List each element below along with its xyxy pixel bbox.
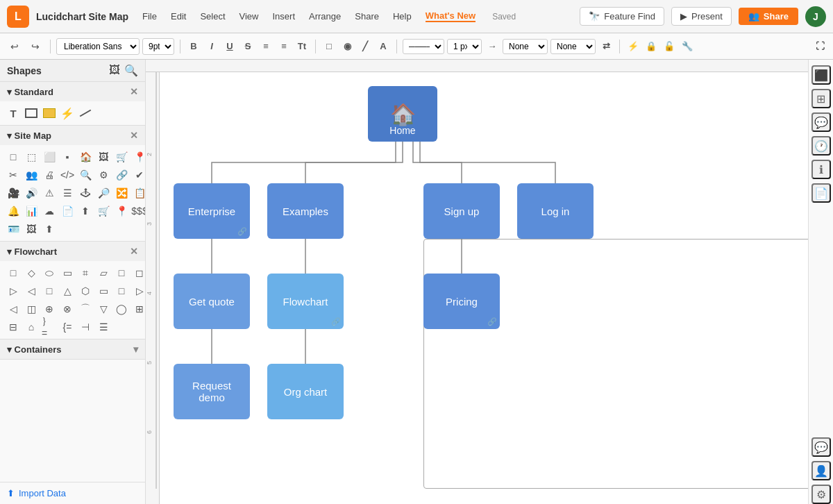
fc-plus2[interactable]: ⊞ [132,301,146,317]
right-panel-info-button[interactable]: ℹ [811,160,831,179]
nav-edit[interactable]: Edit [171,11,186,22]
underline-button[interactable]: U [222,39,237,54]
line-end-button[interactable]: → [485,39,500,54]
right-panel-chat-button[interactable]: 💬 [811,437,831,457]
arrow-start-selector[interactable]: None Arrow [503,39,548,54]
sm-zoom[interactable]: 🔎 [96,185,111,201]
sm-scissors[interactable]: ✂ [6,167,21,183]
requestdemo-node[interactable]: Request demo [174,364,250,419]
fc-brace-left[interactable]: {= [60,319,75,335]
fc-plus[interactable]: ⊕ [42,301,57,317]
sm-upload2[interactable]: ⬆ [42,221,57,237]
fc-arrow3[interactable]: ◁ [6,301,21,317]
diagram-canvas[interactable]: 🏠 Home Enterprise 🔗 Examples Sign up [160,72,808,504]
fc-rect5[interactable]: □ [114,283,129,299]
home-node[interactable]: 🏠 Home [368,86,437,142]
sm-check[interactable]: ✔ [132,167,146,183]
examples-node[interactable]: Examples [267,183,344,239]
fc-small-rect[interactable]: ◻ [132,265,146,280]
text-color-button[interactable]: A [376,39,391,54]
line-shape[interactable] [78,106,93,121]
flowchart-node[interactable]: Flowchart 🔗 [267,274,344,329]
sm-rect[interactable]: □ [6,149,21,165]
present-button[interactable]: ▶ Present [671,7,732,26]
text-shape[interactable]: T [6,106,21,121]
sm-chart[interactable]: 📊 [24,203,39,219]
sm-pin2[interactable]: 📍 [114,203,129,219]
sm-warning[interactable]: ⚠ [42,185,57,201]
fill-color-button[interactable]: ◉ [339,39,355,54]
fc-rect4[interactable]: ▭ [96,283,111,299]
sm-search[interactable]: 🔍 [78,167,93,183]
sm-cart[interactable]: 🛒 [114,149,129,165]
sm-pin[interactable]: 📍 [132,149,146,165]
fc-cross[interactable]: ⊗ [60,301,75,317]
sm-card[interactable]: 🪪 [6,221,21,237]
fc-tab[interactable]: ⊣ [78,319,93,335]
italic-button[interactable]: I [204,39,219,54]
fc-rect2[interactable]: □ [114,265,129,280]
fc-arrow2[interactable]: ▷ [132,283,146,299]
align-center-button[interactable]: ≡ [276,39,292,54]
fc-double-rect[interactable]: ◫ [24,301,39,317]
fc-parallelogram[interactable]: ⌗ [78,265,93,280]
right-panel-settings-button[interactable]: ⚙ [811,485,831,504]
shapes-search-button[interactable]: 🔍 [124,64,138,77]
sitemap-section-header[interactable]: ▾ Site Map ✕ [0,126,145,145]
fc-parallelogram2[interactable]: ▱ [96,265,111,280]
sitemap-close-button[interactable]: ✕ [130,130,138,141]
fc-arc[interactable]: ⌒ [78,301,93,317]
fc-home-shape[interactable]: ⌂ [24,319,39,335]
right-panel-comments-button[interactable]: 💬 [811,112,831,132]
nav-share[interactable]: Share [355,11,379,22]
nav-select[interactable]: Select [200,11,225,22]
lock-button[interactable]: 🔒 [643,39,659,54]
bolt-shape[interactable]: ⚡ [60,106,75,121]
getquote-node[interactable]: Get quote [174,274,250,329]
sm-dotted2[interactable]: ▪ [60,149,75,165]
fc-oval[interactable]: ⬭ [42,265,57,280]
signup-node[interactable]: Sign up [423,183,500,239]
sm-clipboard[interactable]: 📋 [132,185,146,201]
wrench-button[interactable]: 🔧 [680,39,695,54]
nav-whatsnew[interactable]: What's New [426,10,476,22]
line-style-selector[interactable]: ───── - - - [403,39,444,54]
flowchart-section-header[interactable]: ▾ Flowchart ✕ [0,242,145,261]
sm-bell[interactable]: 🔔 [6,203,21,219]
fc-arrow-right[interactable]: ▷ [6,283,21,299]
nav-file[interactable]: File [142,11,157,22]
font-selector[interactable]: Liberation Sans [56,38,140,55]
flowchart-close-button[interactable]: ✕ [130,246,138,257]
lock2-button[interactable]: 🔓 [662,39,677,54]
sm-dotted-rect[interactable]: ⬚ [24,149,39,165]
pricing-node[interactable]: Pricing 🔗 [423,274,500,329]
orgchart-node[interactable]: Org chart [267,364,344,419]
sm-shuffle[interactable]: 🔀 [114,185,129,201]
filled-rect-shape[interactable] [42,106,57,121]
sm-users[interactable]: 👥 [24,167,39,183]
fc-hexagon[interactable]: ⬡ [78,283,93,299]
sm-dollar[interactable]: $$$ [132,203,146,219]
fc-brace-right[interactable]: ｝= [42,319,57,335]
standard-section-header[interactable]: ▾ Standard ✕ [0,82,145,101]
fc-arrow-left[interactable]: ◁ [24,283,39,299]
flip-button[interactable]: ⇄ [598,39,614,54]
fc-triangle[interactable]: △ [60,283,75,299]
fc-rect3[interactable]: □ [42,283,57,299]
fc-minus[interactable]: ⊟ [6,319,21,335]
redo-button[interactable]: ↪ [26,37,44,56]
right-panel-format-button[interactable]: ⬛ [811,65,831,85]
fc-rect[interactable]: □ [6,265,21,280]
sm-cloud[interactable]: ☁ [42,203,57,219]
user-avatar[interactable]: J [805,6,826,27]
sm-code[interactable]: </> [60,167,75,183]
arrow-end-selector[interactable]: None Arrow [550,39,596,54]
sm-gamepad[interactable]: 🕹 [78,185,93,201]
bold-button[interactable]: B [186,39,201,54]
fc-circle[interactable]: ◯ [114,301,129,317]
sm-printer[interactable]: 🖨 [42,167,57,183]
right-panel-layout-button[interactable]: ⊞ [811,89,831,108]
fc-list-shape[interactable]: ☰ [96,319,111,335]
shapes-image-button[interactable]: 🖼 [109,64,120,77]
align-left-button[interactable]: ≡ [258,39,274,54]
